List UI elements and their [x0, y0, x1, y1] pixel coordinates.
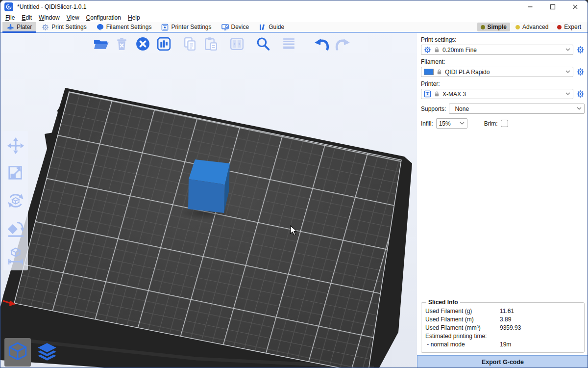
- delete-all-icon: [135, 36, 151, 52]
- tab-print-settings[interactable]: Print Settings: [37, 22, 91, 32]
- editor-3d-view-button[interactable]: [4, 338, 31, 367]
- sliced-info-row: Used Filament (g)11.61: [425, 308, 580, 315]
- paste-icon: [203, 36, 219, 52]
- mode-label: Simple: [488, 24, 507, 30]
- tab-filament-settings[interactable]: Filament Settings: [92, 22, 156, 32]
- brim-label: Brim:: [484, 120, 498, 127]
- infill-value: 15%: [439, 120, 457, 127]
- printer-combo[interactable]: X-MAX 3: [421, 89, 573, 99]
- menu-view[interactable]: View: [63, 13, 83, 22]
- sliced-info-value: 9359.93: [500, 324, 521, 331]
- menu-window[interactable]: Window: [35, 13, 63, 22]
- app-logo-icon: [4, 2, 13, 11]
- redo-button[interactable]: [334, 35, 352, 53]
- plater-icon: [7, 24, 14, 31]
- tab-printer-settings[interactable]: Printer Settings: [157, 22, 216, 32]
- sliced-info-label: Used Filament (m): [425, 316, 500, 323]
- chevron-down-icon: [460, 122, 465, 125]
- copy-button[interactable]: [181, 35, 199, 53]
- mode-expert[interactable]: Expert: [554, 23, 585, 31]
- supports-combo[interactable]: None: [449, 104, 585, 114]
- sliced-info-title: Sliced Info: [426, 299, 460, 306]
- mode-simple[interactable]: Simple: [477, 23, 510, 31]
- layers-icon: [281, 36, 297, 52]
- minimize-button[interactable]: [519, 0, 541, 13]
- paste-button[interactable]: [202, 35, 220, 53]
- filament-color-swatch: [424, 69, 434, 75]
- move-gizmo-button[interactable]: [6, 136, 25, 156]
- measure-icon: [6, 246, 25, 265]
- print-settings-gear-button[interactable]: [576, 46, 585, 54]
- sliced-info-value: 19m: [500, 341, 511, 348]
- close-button[interactable]: [564, 0, 587, 13]
- sliced-info-value: 11.61: [500, 308, 514, 315]
- open-button[interactable]: [92, 35, 110, 53]
- model-cube[interactable]: [188, 159, 230, 213]
- split-objects-button[interactable]: [228, 35, 246, 53]
- printer-gear-button[interactable]: [576, 90, 585, 98]
- menu-file[interactable]: File: [2, 13, 18, 22]
- scale-gizmo-button[interactable]: [6, 163, 25, 183]
- printer-icon: [424, 90, 431, 98]
- filament-icon: [97, 24, 104, 31]
- rotate-gizmo-button[interactable]: [6, 191, 25, 210]
- sliced-info-value: 3.89: [500, 316, 511, 323]
- window-title: *Untitled - QIDISlicer-1.0.1: [17, 3, 86, 10]
- undo-icon: [314, 36, 330, 52]
- sliced-info-panel: Sliced Info Used Filament (g)11.61Used F…: [421, 299, 585, 353]
- chevron-down-icon: [577, 107, 582, 110]
- tab-device[interactable]: Device: [217, 22, 254, 32]
- cube-front-face[interactable]: [188, 179, 225, 213]
- open-folder-icon: [93, 36, 109, 52]
- filament-combo[interactable]: QIDI PLA Rapido: [421, 67, 573, 77]
- viewport-3d-scene[interactable]: [0, 33, 417, 368]
- delete-all-button[interactable]: [134, 35, 152, 53]
- chevron-down-icon: [565, 48, 570, 52]
- arrange-button[interactable]: [155, 35, 173, 53]
- menu-configuration[interactable]: Configuration: [83, 13, 124, 22]
- redo-icon: [335, 36, 351, 52]
- advanced-mode-dot-icon: [515, 25, 520, 29]
- cube-3d-icon: [6, 341, 29, 364]
- maximize-button[interactable]: [541, 0, 564, 13]
- viewport[interactable]: [0, 33, 417, 368]
- scale-icon: [6, 164, 25, 183]
- lock-icon: [436, 69, 442, 75]
- sliced-info-label: Estimated printing time:: [425, 333, 500, 340]
- search-button[interactable]: [254, 35, 272, 53]
- brim-checkbox[interactable]: [501, 120, 508, 127]
- sliced-info-label: Used Filament (g): [425, 308, 500, 315]
- export-gcode-button[interactable]: Export G-code: [417, 355, 588, 368]
- delete-button[interactable]: [113, 35, 131, 53]
- sliced-info-label: - normal mode: [425, 341, 500, 348]
- title-bar: *Untitled - QIDISlicer-1.0.1: [0, 0, 588, 13]
- device-icon: [221, 24, 229, 31]
- preview-layers-view-button[interactable]: [34, 338, 60, 367]
- menu-help[interactable]: Help: [124, 13, 144, 22]
- tab-plater[interactable]: Plater: [2, 22, 36, 32]
- app-window: *Untitled - QIDISlicer-1.0.1 FileEditWin…: [0, 0, 588, 368]
- printer-value: X-MAX 3: [442, 91, 563, 98]
- variable-layer-height-button[interactable]: [280, 35, 298, 53]
- tab-bar: PlaterPrint SettingsFilament SettingsPri…: [0, 22, 588, 33]
- place-on-face-icon: [6, 219, 25, 237]
- split-objects-icon: [229, 36, 245, 52]
- infill-combo[interactable]: 15%: [436, 118, 467, 129]
- mode-label: Expert: [564, 24, 581, 30]
- measure-gizmo-button[interactable]: [6, 246, 25, 265]
- mode-advanced[interactable]: Advanced: [512, 23, 552, 31]
- place-on-face-gizmo-button[interactable]: [6, 218, 25, 238]
- search-icon: [255, 36, 271, 52]
- print-settings-label: Print settings:: [421, 36, 585, 43]
- sliced-info-row: Used Filament (m)3.89: [425, 316, 580, 323]
- print-settings-combo[interactable]: 0.20mm Fine: [421, 45, 573, 55]
- tab-guide[interactable]: Guide: [254, 22, 289, 32]
- menu-edit[interactable]: Edit: [18, 13, 35, 22]
- tab-label: Filament Settings: [106, 24, 152, 30]
- filament-gear-button[interactable]: [576, 68, 585, 76]
- undo-button[interactable]: [313, 35, 331, 53]
- lock-icon: [434, 91, 440, 97]
- supports-label: Supports:: [421, 105, 446, 112]
- infill-label: Infill:: [421, 120, 433, 127]
- mode-label: Advanced: [522, 24, 548, 30]
